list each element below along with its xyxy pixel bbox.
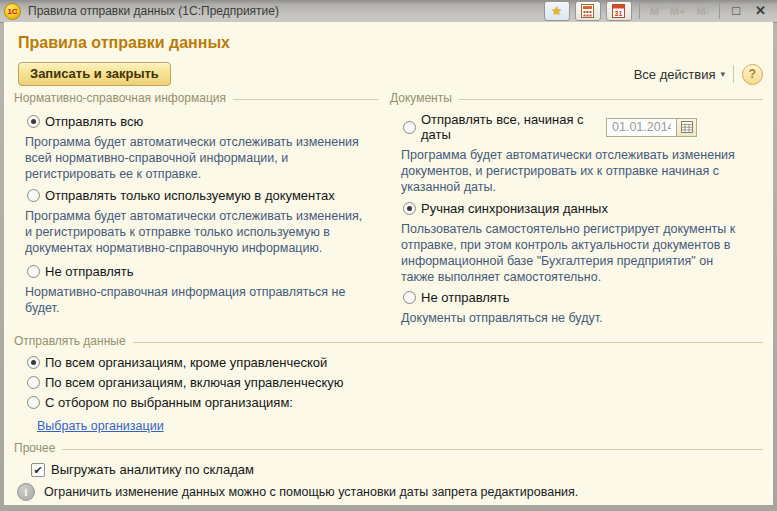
radio-label: Отправлять только используемую в докумен… — [45, 188, 335, 203]
radio-icon — [27, 356, 40, 369]
section-rule-line — [233, 99, 378, 100]
start-date-input[interactable] — [606, 118, 676, 137]
save-and-close-button[interactable]: Записать и закрыть — [18, 62, 171, 86]
section-rule-line — [133, 342, 763, 343]
titlebar-separator — [639, 4, 640, 19]
radio-send-all-nsi[interactable]: Отправлять всю — [27, 114, 378, 129]
section-header-nsi: Нормативно-справочная информация — [14, 91, 378, 105]
date-picker-button[interactable] — [676, 118, 697, 137]
section-title: Прочее — [14, 441, 55, 455]
checkbox-label: Выгружать аналитику по складам — [51, 462, 254, 477]
radio-icon — [403, 121, 416, 134]
toolbar: Записать и закрыть Все действия ▾ ? — [18, 62, 763, 86]
select-organizations-link[interactable]: Выбрать организации — [37, 419, 164, 433]
window: 1C Правила отправки данных (1С:Предприят… — [0, 0, 777, 511]
toolbar-separator — [733, 65, 734, 83]
radio-label: По всем организациям, кроме управленческ… — [45, 355, 327, 370]
memory-m-button[interactable]: М — [647, 5, 662, 17]
radio-icon — [27, 189, 40, 202]
window-title: Правила отправки данных (1С:Предприятие) — [28, 4, 539, 18]
calculator-icon — [581, 4, 594, 18]
radio-icon — [27, 115, 40, 128]
info-text: Ограничить изменение данных можно с помо… — [44, 485, 578, 499]
unload-warehouse-analytics-checkbox[interactable]: ✔ Выгружать аналитику по складам — [31, 462, 763, 477]
section-header-documents: Документы — [390, 91, 763, 105]
checkbox-icon: ✔ — [31, 463, 45, 477]
radio-label: Не отправлять — [45, 264, 134, 279]
calculator-button[interactable] — [575, 1, 601, 21]
option-description: Программа будет автоматически отслеживат… — [401, 147, 749, 195]
radio-all-orgs-except-management[interactable]: По всем организациям, кроме управленческ… — [27, 355, 763, 370]
all-actions-label: Все действия — [634, 67, 716, 82]
option-description: Документы отправляться не будут. — [401, 310, 749, 326]
option-description: Программа будет автоматически отслеживат… — [25, 208, 364, 256]
chevron-down-icon: ▾ — [720, 69, 725, 79]
radio-selected-orgs-filter[interactable]: С отбором по выбранным организациям: — [27, 395, 763, 410]
section-header-other: Прочее — [14, 441, 763, 455]
calendar-button[interactable]: 31 — [606, 1, 632, 21]
section-header-send-data: Отправлять данные — [14, 334, 763, 348]
svg-text:31: 31 — [615, 10, 623, 17]
calendar-icon: 31 — [612, 4, 625, 18]
radio-label: Отправлять все, начиная с даты — [421, 112, 601, 142]
radio-label: С отбором по выбранным организациям: — [45, 395, 293, 410]
radio-send-all-from-date[interactable]: Отправлять все, начиная с даты — [403, 112, 763, 142]
radio-manual-sync[interactable]: Ручная синхронизация данных — [403, 201, 763, 216]
titlebar-separator — [719, 4, 720, 19]
radio-label: Ручная синхронизация данных — [421, 201, 608, 216]
radio-all-orgs-including-management[interactable]: По всем организациям, включая управленче… — [27, 375, 763, 390]
radio-icon — [27, 265, 40, 278]
radio-icon — [403, 291, 416, 304]
section-title: Документы — [390, 91, 452, 105]
section-rule-line — [459, 99, 763, 100]
radio-label: Не отправлять — [421, 290, 510, 305]
titlebar[interactable]: 1C Правила отправки данных (1С:Предприят… — [0, 0, 777, 23]
section-other: Прочее ✔ Выгружать аналитику по складам … — [14, 441, 763, 505]
form-content: Правила отправки данных Записать и закры… — [4, 22, 773, 505]
all-actions-button[interactable]: Все действия ▾ — [634, 67, 725, 82]
close-button[interactable]: ✕ — [750, 2, 771, 20]
date-field-group — [606, 118, 697, 137]
radio-icon — [27, 396, 40, 409]
section-reference-info: Нормативно-справочная информация Отправл… — [14, 91, 378, 326]
info-icon: i — [17, 483, 35, 501]
option-description: Нормативно-справочная информация отправл… — [25, 284, 364, 316]
radio-label: Отправлять всю — [45, 114, 143, 129]
option-description: Пользователь самостоятельно регистрирует… — [401, 221, 749, 285]
page-title: Правила отправки данных — [18, 33, 763, 53]
restriction-hint: i Ограничить изменение данных можно с по… — [17, 483, 763, 501]
option-description: Программа будет автоматически отслеживат… — [25, 134, 364, 182]
radio-send-used-in-docs[interactable]: Отправлять только используемую в докумен… — [27, 188, 378, 203]
section-title: Нормативно-справочная информация — [14, 91, 226, 105]
section-title: Отправлять данные — [14, 334, 126, 348]
radio-icon — [403, 202, 416, 215]
radio-icon — [27, 376, 40, 389]
star-icon: ★ — [551, 5, 562, 17]
memory-m-plus-button[interactable]: М+ — [667, 5, 689, 17]
section-documents: Документы Отправлять все, начиная с даты — [390, 91, 763, 326]
app-logo-1c-icon: 1C — [4, 3, 21, 20]
radio-do-not-send-nsi[interactable]: Не отправлять — [27, 264, 378, 279]
section-rule-line — [62, 449, 763, 450]
radio-label: По всем организациям, включая управленче… — [45, 375, 344, 390]
section-send-data: Отправлять данные По всем организациям, … — [14, 334, 763, 434]
memory-m-minus-button[interactable]: М- — [693, 5, 712, 17]
maximize-button[interactable]: □ — [727, 2, 745, 20]
help-button[interactable]: ? — [742, 64, 763, 85]
radio-do-not-send-documents[interactable]: Не отправлять — [403, 290, 763, 305]
calendar-grid-icon — [681, 121, 693, 133]
favorites-button[interactable]: ★ — [544, 1, 570, 21]
